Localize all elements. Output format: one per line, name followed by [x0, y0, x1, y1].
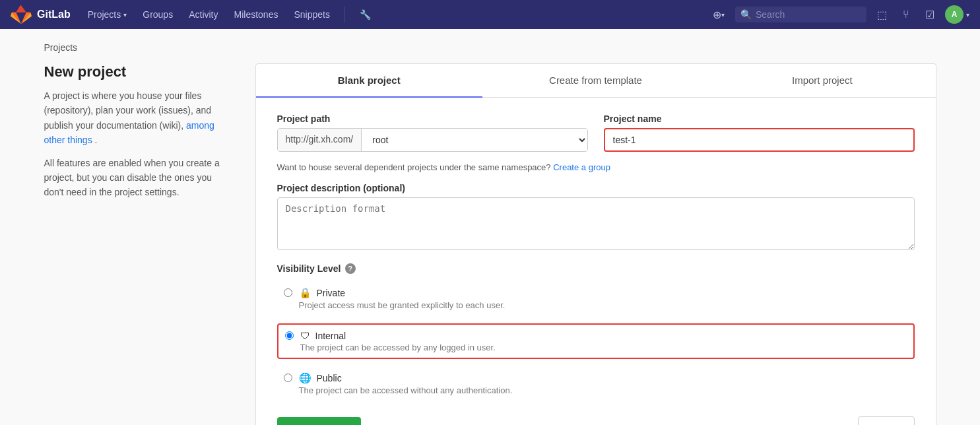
lock-icon: 🔒 [299, 287, 311, 299]
visibility-section-label: Visibility Level ? [277, 263, 915, 274]
project-path-label: Project path [277, 114, 588, 124]
search-box[interactable]: 🔍 [735, 7, 866, 22]
search-icon: 🔍 [740, 9, 752, 20]
page-title: New project [44, 63, 229, 81]
main-card: Blank project Create from template Impor… [255, 63, 936, 425]
visibility-internal-option: 🛡 Internal The project can be accessed b… [277, 323, 915, 359]
nav-milestones[interactable]: Milestones [228, 5, 285, 24]
visibility-radio-group: 🔒 Private Project access must be granted… [277, 282, 915, 401]
nav-links: Projects ▾ Groups Activity Milestones Sn… [81, 5, 707, 24]
monitor-icon-button[interactable]: ⬚ [872, 6, 892, 24]
public-label: 🌐 Public The project can be accessed wit… [299, 372, 513, 395]
project-path-group: Project path http://git.xh.com/ root [277, 114, 588, 152]
tab-blank-project[interactable]: Blank project [256, 64, 482, 98]
content-row: New project A project is where you house… [44, 63, 936, 425]
search-input[interactable] [756, 9, 861, 20]
public-radio[interactable] [284, 374, 292, 382]
namespace-help: Want to house several dependent projects… [277, 162, 915, 172]
nav-groups[interactable]: Groups [136, 5, 180, 24]
path-input-group: http://git.xh.com/ root [277, 128, 588, 152]
avatar-group[interactable]: A ▾ [945, 5, 969, 24]
description-group: Project description (optional) [277, 183, 915, 250]
chevron-down-icon: ▾ [123, 11, 127, 18]
chevron-down-icon: ▾ [721, 11, 725, 18]
visibility-help-icon[interactable]: ? [345, 263, 356, 274]
gitlab-logo-icon [11, 4, 32, 25]
visibility-private-option: 🔒 Private Project access must be granted… [277, 282, 915, 315]
nav-wrench[interactable]: 🔧 [353, 5, 377, 24]
visibility-public-option: 🌐 Public The project can be accessed wit… [277, 367, 915, 401]
breadcrumb: Projects [44, 42, 936, 53]
cancel-button[interactable]: Cancel [858, 416, 915, 425]
nav-right: ⊕ ▾ 🔍 ⬚ ⑂ ☑ A ▾ [707, 5, 969, 24]
new-item-button[interactable]: ⊕ ▾ [707, 6, 730, 24]
form-actions: Create project Cancel [277, 416, 915, 425]
globe-icon: 🌐 [299, 372, 311, 384]
nav-projects[interactable]: Projects ▾ [81, 5, 134, 24]
nav-snippets[interactable]: Snippets [287, 5, 336, 24]
brand[interactable]: GitLab [11, 4, 71, 25]
create-group-link[interactable]: Create a group [553, 162, 610, 172]
private-radio[interactable] [284, 288, 292, 297]
description-textarea[interactable] [277, 197, 915, 250]
internal-radio[interactable] [285, 331, 294, 340]
avatar-chevron-icon: ▾ [966, 11, 969, 18]
nav-divider [344, 7, 345, 22]
sidebar: New project A project is where you house… [44, 63, 229, 208]
sidebar-desc1: A project is where you house your files … [44, 88, 229, 148]
shield-icon: 🛡 [300, 330, 310, 341]
internal-label: 🛡 Internal The project can be accessed b… [300, 330, 496, 352]
nav-activity[interactable]: Activity [182, 5, 224, 24]
page-container: Projects New project A project is where … [28, 29, 952, 425]
merge-request-icon-button[interactable]: ⑂ [898, 6, 915, 23]
description-label: Project description (optional) [277, 183, 915, 193]
create-project-button[interactable]: Create project [277, 417, 362, 425]
project-name-group: Project name [604, 114, 915, 152]
path-name-row: Project path http://git.xh.com/ root Pro… [277, 114, 915, 152]
project-name-label: Project name [604, 114, 915, 124]
avatar: A [945, 5, 964, 24]
issues-icon-button[interactable]: ☑ [920, 6, 940, 24]
path-prefix: http://git.xh.com/ [278, 129, 362, 151]
brand-name: GitLab [37, 9, 71, 20]
tab-import-project[interactable]: Import project [709, 64, 935, 98]
private-label: 🔒 Private Project access must be granted… [299, 287, 506, 310]
navbar: GitLab Projects ▾ Groups Activity Milest… [0, 0, 980, 29]
tab-create-from-template[interactable]: Create from template [482, 64, 709, 98]
form-body: Project path http://git.xh.com/ root Pro… [256, 98, 936, 425]
path-namespace-select[interactable]: root [362, 129, 587, 151]
sidebar-desc2: All features are enabled when you create… [44, 156, 229, 200]
tabs: Blank project Create from template Impor… [256, 64, 936, 98]
project-name-input[interactable] [604, 128, 915, 152]
